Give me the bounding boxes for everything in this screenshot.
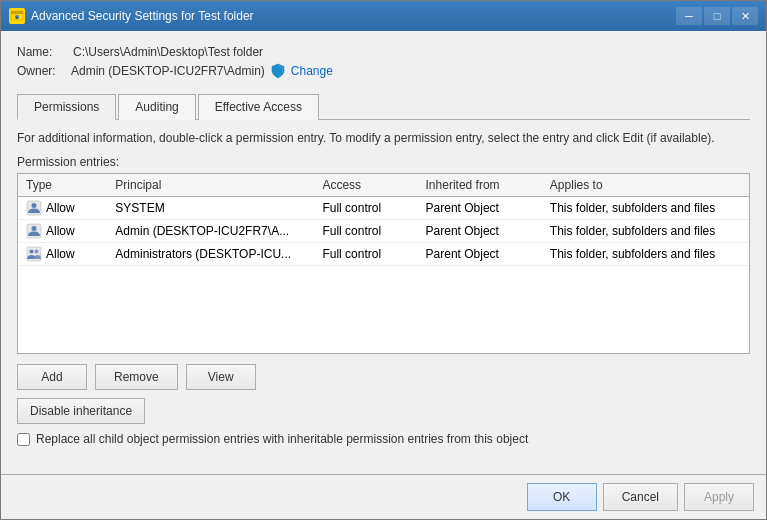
checkbox-row: Replace all child object permission entr…	[17, 432, 750, 448]
name-value: C:\Users\Admin\Desktop\Test folder	[73, 45, 263, 59]
main-window: Advanced Security Settings for Test fold…	[0, 0, 767, 520]
remove-button[interactable]: Remove	[95, 364, 178, 390]
minimize-button[interactable]: ─	[676, 7, 702, 25]
row1-type: Allow	[18, 196, 107, 219]
name-label: Name:	[17, 45, 65, 59]
permission-entries-label: Permission entries:	[17, 155, 750, 169]
apply-button[interactable]: Apply	[684, 483, 754, 511]
view-button[interactable]: View	[186, 364, 256, 390]
col-principal: Principal	[107, 174, 314, 197]
tab-permissions[interactable]: Permissions	[17, 94, 116, 120]
row1-principal: SYSTEM	[107, 196, 314, 219]
user-icon	[26, 200, 42, 216]
row2-principal: Admin (DESKTOP-ICU2FR7\A...	[107, 219, 314, 242]
row1-applies: This folder, subfolders and files	[542, 196, 749, 219]
table-row[interactable]: Allow Admin (DESKTOP-ICU2FR7\A... Full c…	[18, 219, 749, 242]
row3-inherited: Parent Object	[418, 242, 542, 265]
col-type: Type	[18, 174, 107, 197]
col-inherited: Inherited from	[418, 174, 542, 197]
ok-button[interactable]: OK	[527, 483, 597, 511]
table-row[interactable]: Allow SYSTEM Full control Parent Object …	[18, 196, 749, 219]
shield-icon	[271, 63, 285, 79]
user-icon	[26, 223, 42, 239]
svg-rect-1	[11, 11, 23, 14]
title-bar-left: Advanced Security Settings for Test fold…	[9, 8, 254, 24]
row3-access: Full control	[314, 242, 417, 265]
close-button[interactable]: ✕	[732, 7, 758, 25]
add-button[interactable]: Add	[17, 364, 87, 390]
row2-type: Allow	[18, 219, 107, 242]
svg-point-6	[32, 226, 37, 231]
title-bar: Advanced Security Settings for Test fold…	[1, 1, 766, 31]
inheritance-row: Disable inheritance	[17, 398, 750, 424]
window-title: Advanced Security Settings for Test fold…	[31, 9, 254, 23]
svg-point-4	[32, 203, 37, 208]
svg-point-9	[35, 249, 39, 253]
tabs-container: Permissions Auditing Effective Access	[17, 93, 750, 120]
row3-type: Allow	[18, 242, 107, 265]
description-text: For additional information, double-click…	[17, 130, 750, 147]
owner-value: Admin (DESKTOP-ICU2FR7\Admin)	[71, 64, 265, 78]
col-access: Access	[314, 174, 417, 197]
disable-inheritance-button[interactable]: Disable inheritance	[17, 398, 145, 424]
row2-access: Full control	[314, 219, 417, 242]
row2-applies: This folder, subfolders and files	[542, 219, 749, 242]
name-row: Name: C:\Users\Admin\Desktop\Test folder	[17, 45, 750, 59]
tab-auditing[interactable]: Auditing	[118, 94, 195, 120]
replace-permissions-checkbox[interactable]	[17, 433, 30, 446]
change-link[interactable]: Change	[291, 64, 333, 78]
user-group-icon	[26, 246, 42, 262]
main-content: Name: C:\Users\Admin\Desktop\Test folder…	[1, 31, 766, 474]
row1-access: Full control	[314, 196, 417, 219]
cancel-button[interactable]: Cancel	[603, 483, 678, 511]
checkbox-label: Replace all child object permission entr…	[36, 432, 528, 448]
col-applies: Applies to	[542, 174, 749, 197]
owner-row: Owner: Admin (DESKTOP-ICU2FR7\Admin) Cha…	[17, 63, 750, 79]
row1-inherited: Parent Object	[418, 196, 542, 219]
row2-inherited: Parent Object	[418, 219, 542, 242]
row3-principal: Administrators (DESKTOP-ICU...	[107, 242, 314, 265]
footer: OK Cancel Apply	[1, 474, 766, 519]
tab-effective-access[interactable]: Effective Access	[198, 94, 319, 120]
table-row[interactable]: Allow Administrators (DESKTOP-ICU... Ful…	[18, 242, 749, 265]
owner-label: Owner:	[17, 64, 65, 78]
action-buttons-row: Add Remove View	[17, 364, 750, 390]
svg-point-8	[30, 249, 34, 253]
row3-applies: This folder, subfolders and files	[542, 242, 749, 265]
permissions-table-wrapper[interactable]: Type Principal Access Inherited from App…	[17, 173, 750, 355]
permissions-table: Type Principal Access Inherited from App…	[18, 174, 749, 266]
title-bar-buttons: ─ □ ✕	[676, 7, 758, 25]
window-icon	[9, 8, 25, 24]
maximize-button[interactable]: □	[704, 7, 730, 25]
